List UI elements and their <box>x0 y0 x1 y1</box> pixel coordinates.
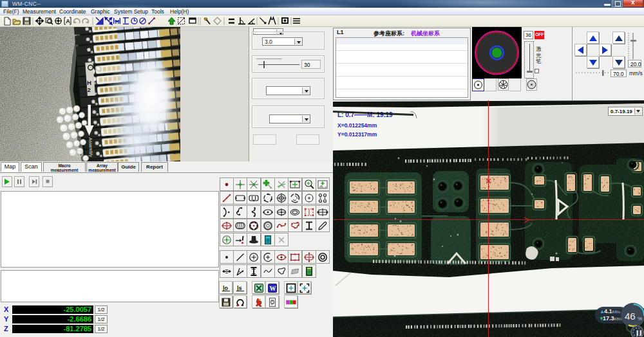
svg-text:X=0.012254mm: X=0.012254mm <box>337 122 377 129</box>
svg-text:H: H <box>87 79 91 86</box>
svg-text:|o: |o <box>223 285 229 291</box>
svg-text:I: I <box>124 17 126 24</box>
svg-text:2: 2 <box>88 86 91 93</box>
svg-text:Y=0.012317mm: Y=0.012317mm <box>337 131 377 138</box>
svg-text:W: W <box>270 285 276 292</box>
svg-text:H: H <box>115 19 120 25</box>
svg-text:|s: |s <box>237 285 242 291</box>
svg-text:%: % <box>638 316 642 322</box>
svg-text:46: 46 <box>625 311 636 322</box>
svg-text:A: A <box>66 18 70 24</box>
